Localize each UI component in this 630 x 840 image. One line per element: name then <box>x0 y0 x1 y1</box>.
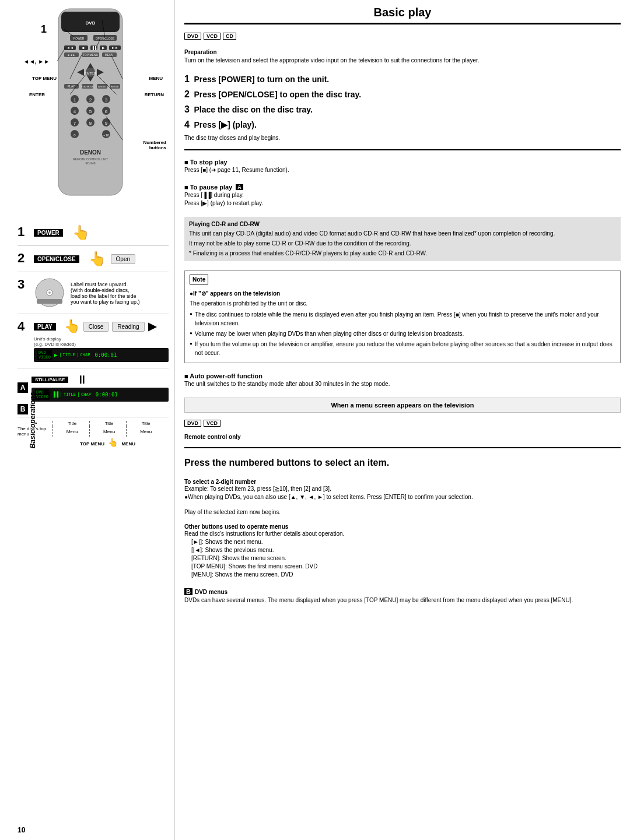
step-3-desc: Label must face upward. (With double-sid… <box>71 282 140 305</box>
step-2-row: 2 OPEN/CLOSE 👆 Open <box>18 251 169 272</box>
note-item-1: The disc continues to rotate while the m… <box>190 310 615 328</box>
divider-1 <box>184 149 621 150</box>
step-4-display-label: Unit's display (e.g. DVD is loaded) <box>34 336 169 347</box>
select-2digit-text1: Example: To select item 23, press [≧10],… <box>184 485 621 493</box>
svg-text:►►: ►► <box>111 46 118 50</box>
svg-text:ENTER: ENTER <box>85 72 97 75</box>
dvd-menus-header: B DVD menus <box>184 588 621 595</box>
cd-box-text1: This unit can play CD-DA (digital audio)… <box>189 230 616 238</box>
dvd-display: DVDVIDEO ▶ TITLE CHAP 0:00:01 <box>34 348 169 362</box>
step-1-heading: 1 Press [POWER] to turn on the unit. <box>184 74 621 85</box>
to-stop-text: Press [■] (➜ page 11, Resume function). <box>184 166 621 174</box>
dvd-menus-title: DVD menus <box>195 589 228 595</box>
auto-power-title: ■ Auto power-off function <box>184 372 621 379</box>
still-pause-label: STILL/PAUSE <box>32 377 68 383</box>
step-4-row: 4 PLAY 👆 Close Reading ▶ Unit's display … <box>18 319 169 368</box>
side-label: Basic operations <box>29 392 37 448</box>
other-buttons-item-4: [MENU]: Shows the menu screen. DVD <box>184 571 621 579</box>
svg-text:4: 4 <box>74 109 76 114</box>
enter-label: ENTER <box>29 92 45 97</box>
menu-box-title-container: When a menu screen appears on the televi… <box>184 398 621 413</box>
to-pause-title: ■ To pause play A <box>184 184 621 191</box>
left-panel: Basic operations 1 2 4 ◄◄, ►► TOP MENU M… <box>0 0 175 840</box>
svg-text:+10: +10 <box>103 133 110 137</box>
svg-text:REMOTE CONTROL UNIT: REMOTE CONTROL UNIT <box>73 157 108 161</box>
dvd-menus-text: DVDs can have several menus. The menu di… <box>184 596 621 604</box>
remote-section: 1 2 4 ◄◄, ►► TOP MENU MENU ENTER RETURN … <box>0 0 174 222</box>
pause-display: DVDVIDEO ▐▐ TITLE CHAP 0:00:01 <box>32 388 169 402</box>
svg-text:PLAYMODE: PLAYMODE <box>81 85 94 88</box>
menu-label: MENU <box>149 76 163 81</box>
svg-text:◄◄: ◄◄ <box>66 46 74 50</box>
other-buttons-text1: Read the disc's instructions for further… <box>184 530 621 538</box>
cd-box-title: Playing CD-R and CD-RW <box>189 220 616 229</box>
cd-box: Playing CD-R and CD-RW This unit can pla… <box>184 217 621 261</box>
disc-icon <box>34 277 66 309</box>
step-2-number: 2 <box>18 251 34 266</box>
note-box: Note ●If "⊘" appears on the television T… <box>184 270 621 363</box>
to-pause-text1: Press [▐▐] during play. <box>184 191 621 199</box>
step-1-hand: 👆 <box>72 224 90 241</box>
svg-text:OPEN/CLOSE: OPEN/CLOSE <box>96 37 115 40</box>
step-4-heading: 4 Press [▶] (play). <box>184 120 621 130</box>
other-buttons-item-2: [RETURN]: Shows the menu screen. <box>184 554 621 563</box>
preparation-section: Preparation Turn on the television and s… <box>184 49 621 67</box>
arrows-label: ◄◄, ►► <box>23 58 50 65</box>
menu-format-vcd: VCD <box>204 420 220 427</box>
svg-text:■: ■ <box>82 46 85 50</box>
to-stop-title: ■ To stop play <box>184 159 621 166</box>
dvd-menus-badge: B <box>184 588 192 595</box>
step-4-hand: 👆 <box>64 319 80 334</box>
menu-format-badges: DVD VCD <box>184 420 621 427</box>
right-panel: Basic play DVD VCD CD Preparation Turn o… <box>175 0 630 840</box>
menu-box-title: When a menu screen appears on the televi… <box>191 402 614 409</box>
top-menu-bottom-label: TOP MENU 👆 MENU <box>52 437 163 447</box>
step-3-content: Label must face upward. (With double-sid… <box>34 277 169 309</box>
svg-text:MENU: MENU <box>105 53 114 57</box>
step-4-label: PLAY <box>34 323 56 331</box>
step-1-number: 1 <box>18 224 34 240</box>
remote-svg: DVD POWER OPEN/CLOSE ◄◄ ■ ▐▐ ▶ ►► <box>52 6 128 204</box>
svg-rect-74 <box>37 299 62 304</box>
step-4-content: PLAY 👆 Close Reading ▶ Unit's display (e… <box>34 319 169 363</box>
format-vcd: VCD <box>204 33 220 40</box>
select-2digit-title: To select a 2-digit number <box>184 479 621 485</box>
svg-text:ANGLE: ANGLE <box>111 85 119 88</box>
note-item-1-text: The disc continues to rotate while the m… <box>195 310 615 328</box>
svg-text:TOP MENU: TOP MENU <box>83 53 99 57</box>
auto-power-text: The unit switches to the standby mode af… <box>184 380 621 388</box>
svg-text:DVD: DVD <box>86 20 96 26</box>
note-item-2: Volume may be lower when playing DVDs th… <box>190 329 615 338</box>
note-item-3-text: If you turn the volume up on the televis… <box>195 340 615 357</box>
svg-text:POWER: POWER <box>74 37 85 40</box>
badge-a-pause: A <box>236 184 243 190</box>
svg-text:6: 6 <box>105 109 108 114</box>
still-pause-content: STILL/PAUSE ⏸ DVDVIDEO ▐▐ TITLE CHAP 0:0… <box>32 373 169 402</box>
step-2-content: OPEN/CLOSE 👆 Open <box>34 251 169 267</box>
step-1-row: 1 POWER 👆 <box>18 224 169 246</box>
steps-section: 1 POWER 👆 2 OPEN/CLOSE 👆 Open 3 <box>0 222 174 840</box>
other-buttons-item-3: [TOP MENU]: Shows the first menu screen.… <box>184 563 621 571</box>
divider-2 <box>184 447 621 448</box>
step-4-action2: Reading <box>112 322 144 332</box>
page-number: 10 <box>18 826 25 834</box>
auto-power-section: ■ Auto power-off function The unit switc… <box>184 372 621 388</box>
other-buttons-item-1: [|◄]: Shows the previous menu. <box>184 546 621 554</box>
to-pause-text2: Press [▶] (play) to restart play. <box>184 199 621 208</box>
other-buttons-section: Other buttons used to operate menus Read… <box>184 523 621 579</box>
svg-text:ANGLE: ANGLE <box>98 85 106 88</box>
still-pause-row: A STILL/PAUSE ⏸ DVDVIDEO ▐▐ TITLE CHAP 0… <box>18 373 169 402</box>
svg-text:1: 1 <box>74 97 76 103</box>
note-item-3: If you turn the volume up on the televis… <box>190 340 615 357</box>
svg-text:▐▐: ▐▐ <box>92 45 97 50</box>
step-4-number: 4 <box>18 319 34 334</box>
select-2digit-text2: ●When playing DVDs, you can also use [▲,… <box>184 493 621 501</box>
step-3-heading: 3 Place the disc on the disc tray. <box>184 104 621 115</box>
note-title: Note <box>190 275 208 284</box>
svg-text:7: 7 <box>74 121 76 126</box>
play-arrow: ▶ <box>148 320 156 333</box>
select-2digit-section: To select a 2-digit number Example: To s… <box>184 479 621 501</box>
svg-text:5: 5 <box>89 109 92 114</box>
play-selected-text: Play of the selected item now begins. <box>184 508 621 516</box>
step-2-hand: 👆 <box>89 251 106 267</box>
